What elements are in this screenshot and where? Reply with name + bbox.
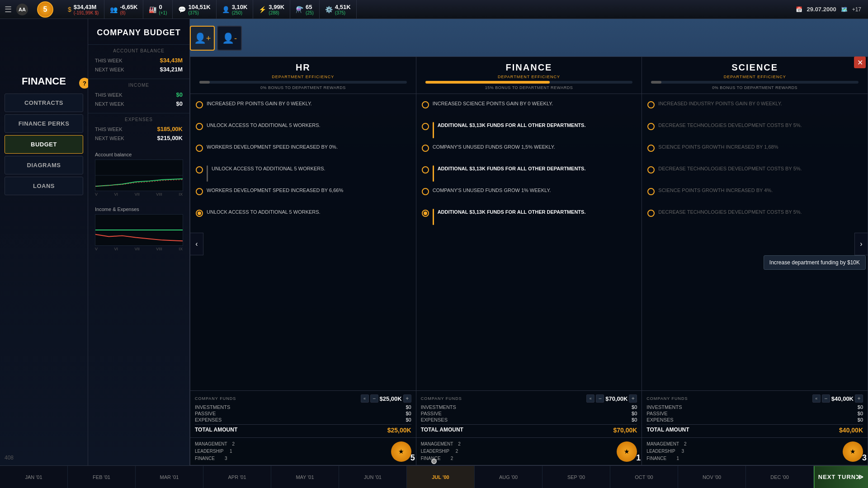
nav-item-contracts[interactable]: CONTRACTS bbox=[5, 94, 83, 112]
dept-item[interactable]: INCREASED INDUSTRY POINTS GAIN BY 0 WEEK… bbox=[642, 98, 868, 119]
dept-name: FINANCE bbox=[421, 62, 637, 73]
timeline-months: JAN '01FEB '01MAR '01APR '01MAY '01JUN '… bbox=[0, 466, 814, 488]
dept-item[interactable]: INCREASED SCIENCE POINTS GAIN BY 0 WEEKL… bbox=[416, 98, 642, 119]
dept-progress-bar bbox=[651, 81, 859, 84]
dept-item[interactable]: ADDITIONAL $3,13K FUNDS FOR ALL OTHER DE… bbox=[416, 119, 642, 141]
dept-item-radio[interactable] bbox=[422, 123, 429, 130]
dept-progress-fill bbox=[199, 81, 210, 84]
dept-item-radio[interactable] bbox=[196, 101, 203, 108]
dept-item[interactable]: UNLOCK ACCESS TO ADDITIONAL 5 WORKERS. bbox=[190, 206, 416, 228]
dept-item[interactable]: ADDITIONAL $3,13K FUNDS FOR ALL OTHER DE… bbox=[416, 206, 642, 228]
close-button[interactable]: ✕ bbox=[854, 56, 866, 68]
accent-bar bbox=[207, 165, 208, 182]
nav-arrow-left[interactable]: ‹ bbox=[190, 233, 203, 255]
dept-item-radio[interactable] bbox=[422, 145, 429, 152]
dept-item-radio[interactable] bbox=[647, 123, 655, 130]
income-expenses-chart-area: Income & Expenses V VI VII VIII IX bbox=[88, 202, 189, 257]
dept-item[interactable]: DECREASE TECHNOLOGIES DEVELOPMENT COSTS … bbox=[642, 119, 868, 141]
dept-item[interactable]: SCIENCE POINTS GROWTH INCREASED BY 1,68% bbox=[642, 141, 868, 163]
dept-item[interactable]: DECREASE TECHNOLOGIES DEVELOPMENT COSTS … bbox=[642, 163, 868, 184]
dept-item-radio[interactable] bbox=[422, 101, 429, 108]
stat-icon: 🏭 bbox=[149, 6, 156, 13]
dept-item-radio[interactable] bbox=[196, 166, 203, 174]
dept-item-text: ADDITIONAL $3,13K FUNDS FOR ALL OTHER DE… bbox=[438, 209, 586, 216]
timeline-month[interactable]: MAR '01 bbox=[136, 466, 203, 488]
stat-val: -6,65K bbox=[120, 4, 137, 10]
star-area: ★ 1 bbox=[617, 441, 637, 462]
dept-item[interactable]: UNLOCK ACCESS TO ADDITIONAL 5 WORKERS. bbox=[190, 163, 416, 184]
user-avatar[interactable]: AA bbox=[16, 4, 28, 15]
dept-item-radio[interactable] bbox=[647, 145, 655, 152]
timeline-month[interactable]: AUG '00 bbox=[475, 466, 542, 488]
nav-item-loans[interactable]: LOANS bbox=[5, 177, 83, 195]
timeline-month[interactable]: OCT '00 bbox=[610, 466, 678, 488]
dept-item-radio[interactable] bbox=[647, 166, 655, 174]
dept-item-radio[interactable] bbox=[422, 210, 429, 217]
dept-item-radio[interactable] bbox=[647, 101, 655, 108]
dept-items: INCREASED INDUSTRY POINTS GAIN BY 0 WEEK… bbox=[642, 94, 868, 390]
dept-item[interactable]: WORKERS DEVELOPMENT SPEED INCREASED BY 0… bbox=[190, 141, 416, 163]
nav-arrow-right[interactable]: › bbox=[854, 233, 868, 255]
dept-item[interactable]: COMPANY'S UNUSED FUNDS GROW 1,5% WEEKLY. bbox=[416, 141, 642, 163]
funding-plus[interactable]: + bbox=[855, 394, 863, 403]
budget-panel: COMPANY BUDGET ACCOUNT BALANCE THIS WEEK… bbox=[88, 19, 190, 465]
star-area: ★ 5 bbox=[391, 441, 411, 462]
next-week-val: $34,21M bbox=[160, 66, 183, 73]
dept-item[interactable]: WORKERS DEVELOPMENT SPEED INCREASED BY 6… bbox=[190, 184, 416, 206]
timeline-month[interactable]: JUL '00 bbox=[407, 466, 475, 488]
timeline-month[interactable]: SEP '00 bbox=[542, 466, 610, 488]
dept-item[interactable]: INCREASED PR POINTS GAIN BY 0 WEEKLY. bbox=[190, 98, 416, 119]
timeline-month[interactable]: FEB '01 bbox=[68, 466, 136, 488]
dept-item-text: WORKERS DEVELOPMENT SPEED INCREASED BY 0… bbox=[207, 144, 338, 150]
next-turn-button[interactable]: NEXT TURN ≫ bbox=[814, 466, 868, 488]
account-balance-section: ACCOUNT BALANCE THIS WEEK $34,43M NEXT W… bbox=[88, 44, 189, 79]
nav-item-budget[interactable]: BUDGET bbox=[5, 135, 83, 154]
dept-item-radio[interactable] bbox=[422, 166, 429, 174]
nav-item-diagrams[interactable]: DIAGRAMS bbox=[5, 156, 83, 174]
dept-item-text: COMPANY'S UNUSED FUNDS GROW 1,5% WEEKLY. bbox=[433, 144, 555, 150]
dept-item-radio[interactable] bbox=[196, 145, 203, 152]
nav-item-finance-perks[interactable]: FINANCE PERKS bbox=[5, 114, 83, 133]
stat-val: 65 bbox=[306, 4, 314, 10]
dept-item[interactable]: SCIENCE POINTS GROWTH INCREASED BY 4%. bbox=[642, 184, 868, 206]
add-person-btn[interactable]: 👤+ bbox=[190, 26, 215, 51]
funding-minus[interactable]: − bbox=[370, 394, 378, 403]
dept-item[interactable]: COMPANY'S UNUSED FUNDS GROW 1% WEEKLY. bbox=[416, 184, 642, 206]
dept-item-text: COMPANY'S UNUSED FUNDS GROW 1% WEEKLY. bbox=[433, 187, 551, 194]
funding-plus[interactable]: + bbox=[403, 394, 411, 403]
stat-sub: (+1) bbox=[159, 10, 167, 15]
dept-item-radio[interactable] bbox=[196, 188, 203, 195]
timeline-month[interactable]: DEC '00 bbox=[746, 466, 814, 488]
map-icon[interactable]: 🗺️ bbox=[841, 6, 848, 13]
funding-double-minus[interactable]: « bbox=[812, 394, 821, 403]
funding-minus[interactable]: − bbox=[822, 394, 830, 403]
dept-item[interactable]: UNLOCK ACCESS TO ADDITIONAL 5 WORKERS. bbox=[190, 119, 416, 141]
tooltip-box: Increase department funding by $10K bbox=[764, 255, 866, 270]
dept-item-radio[interactable] bbox=[196, 123, 203, 130]
hamburger-icon[interactable]: ☰ bbox=[5, 5, 12, 14]
dept-item-radio[interactable] bbox=[422, 188, 429, 195]
dept-item-radio[interactable] bbox=[647, 210, 655, 217]
dept-item-radio[interactable] bbox=[196, 210, 203, 217]
dept-item[interactable]: ADDITIONAL $3,13K FUNDS FOR ALL OTHER DE… bbox=[416, 163, 642, 184]
funding-plus[interactable]: + bbox=[629, 394, 637, 403]
top-stat: ⚙️ 4,51K (375) bbox=[320, 0, 357, 19]
timeline-month[interactable]: NOV '00 bbox=[678, 466, 746, 488]
finance-stat: FINANCE 1 bbox=[646, 455, 686, 462]
next-week-row: NEXT WEEK $34,21M bbox=[95, 66, 183, 73]
funding-area: COMPANY FUNDS « − $70,00K + INVESTMENTS … bbox=[416, 390, 642, 437]
dept-item-radio[interactable] bbox=[647, 188, 655, 195]
timeline-month[interactable]: MAY '01 bbox=[271, 466, 339, 488]
funding-val: $70,00K bbox=[605, 395, 627, 402]
remove-person-btn[interactable]: 👤- bbox=[217, 26, 242, 51]
funding-controls: « − $25,00K + bbox=[361, 394, 411, 403]
timeline-month[interactable]: JAN '01 bbox=[0, 466, 68, 488]
timeline-month[interactable]: APR '01 bbox=[203, 466, 271, 488]
expenses-val: $0 bbox=[406, 417, 411, 422]
dept-item-text: INCREASED SCIENCE POINTS GAIN BY 0 WEEKL… bbox=[433, 100, 553, 107]
funding-double-minus[interactable]: « bbox=[361, 394, 369, 403]
funding-double-minus[interactable]: « bbox=[586, 394, 594, 403]
funding-minus[interactable]: − bbox=[596, 394, 604, 403]
dept-item[interactable]: DECREASE TECHNOLOGIES DEVELOPMENT COSTS … bbox=[642, 206, 868, 228]
timeline-month[interactable]: JUN '01 bbox=[339, 466, 407, 488]
